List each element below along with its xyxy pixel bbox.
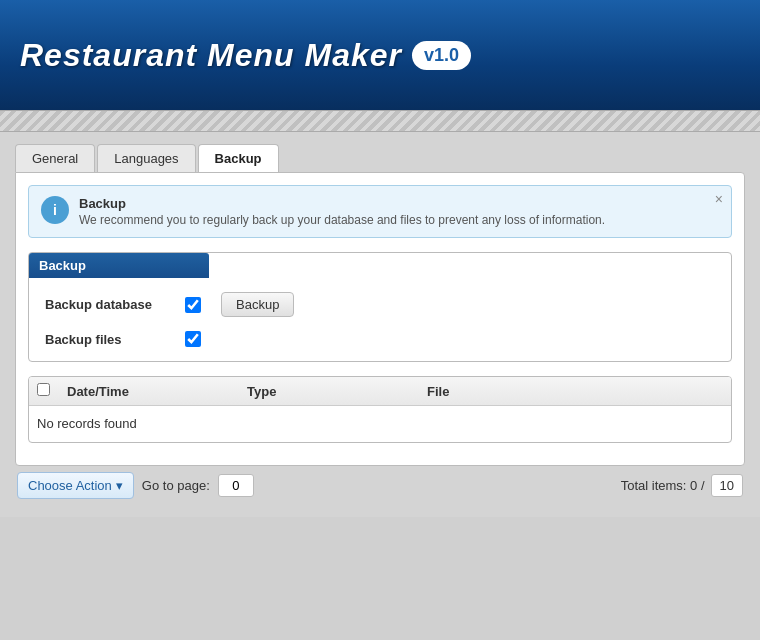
backup-files-checkbox[interactable] <box>185 331 201 347</box>
tab-general[interactable]: General <box>15 144 95 172</box>
goto-label: Go to page: <box>142 478 210 493</box>
backup-section-body: Backup database Backup Backup files <box>29 278 731 361</box>
backup-files-row: Backup files <box>45 331 715 347</box>
total-pages-badge: 10 <box>711 474 743 497</box>
info-text-block: Backup We recommend you to regularly bac… <box>79 196 719 227</box>
select-all-checkbox[interactable] <box>37 383 50 396</box>
backup-database-label: Backup database <box>45 297 185 312</box>
bottom-right: Total items: 0 / 10 <box>621 474 743 497</box>
table-body: No records found <box>29 406 731 442</box>
app-header: Restaurant Menu Maker v1.0 <box>0 0 760 110</box>
info-icon: i <box>41 196 69 224</box>
backup-files-label: Backup files <box>45 332 185 347</box>
backup-database-button[interactable]: Backup <box>221 292 294 317</box>
info-box: i Backup We recommend you to regularly b… <box>28 185 732 238</box>
backup-section: Backup Backup database Backup Backup fil… <box>28 252 732 362</box>
tab-backup[interactable]: Backup <box>198 144 279 172</box>
stripe-divider <box>0 110 760 132</box>
total-label: Total items: 0 / <box>621 478 705 493</box>
backup-section-header: Backup <box>29 253 209 278</box>
choose-action-label: Choose Action <box>28 478 112 493</box>
tabs-bar: General Languages Backup <box>15 144 745 172</box>
app-title: Restaurant Menu Maker <box>20 37 402 74</box>
table-header: Date/Time Type File <box>29 377 731 406</box>
backup-table: Date/Time Type File No records found <box>28 376 732 443</box>
choose-action-arrow: ▾ <box>116 478 123 493</box>
choose-action-button[interactable]: Choose Action ▾ <box>17 472 134 499</box>
backup-database-row: Backup database Backup <box>45 292 715 317</box>
tab-languages[interactable]: Languages <box>97 144 195 172</box>
col-header-datetime: Date/Time <box>67 384 247 399</box>
info-description: We recommend you to regularly back up yo… <box>79 213 719 227</box>
col-header-type: Type <box>247 384 427 399</box>
version-badge: v1.0 <box>412 41 471 70</box>
bottom-bar: Choose Action ▾ Go to page: Total items:… <box>15 466 745 505</box>
info-title: Backup <box>79 196 719 211</box>
no-records-text: No records found <box>37 416 723 431</box>
info-close-button[interactable]: × <box>715 192 723 206</box>
bottom-left: Choose Action ▾ Go to page: <box>17 472 254 499</box>
col-header-file: File <box>427 384 683 399</box>
goto-input[interactable] <box>218 474 254 497</box>
content-panel: i Backup We recommend you to regularly b… <box>15 172 745 466</box>
main-content: General Languages Backup i Backup We rec… <box>0 132 760 517</box>
backup-database-checkbox[interactable] <box>185 297 201 313</box>
